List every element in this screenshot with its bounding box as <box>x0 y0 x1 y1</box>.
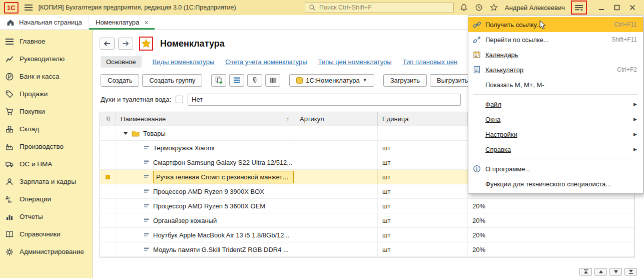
menu-item-3[interactable]: Календарь <box>468 47 643 62</box>
sidebar-item-2[interactable]: Руководителю <box>0 50 92 68</box>
favorite-annotation-box <box>139 37 153 51</box>
table-row-8[interactable]: Модуль памяти G.Skill TridentZ RGB DDR4 … <box>100 242 634 257</box>
create-button[interactable]: Создать <box>101 74 139 87</box>
load-button[interactable]: Загрузить <box>383 74 427 87</box>
unit-column-header[interactable]: Единица <box>378 112 468 126</box>
mouse-cursor <box>539 20 546 30</box>
menu-shortcut: Shift+F11 <box>611 36 637 43</box>
1c-logo: 1С <box>4 2 19 14</box>
sidebar-item-4[interactable]: Продажи <box>0 85 92 103</box>
close-button[interactable] <box>629 4 636 11</box>
warehouse-icon <box>5 125 14 134</box>
cell-article <box>295 184 378 198</box>
sidebar: ГлавноеРуководителюБанк и кассаПродажиПо… <box>0 30 93 278</box>
menu-item-8[interactable]: Окна▶ <box>468 112 643 127</box>
cell-unit: шт <box>378 228 468 242</box>
tab-home[interactable]: Начальная страница <box>0 15 89 30</box>
forward-button[interactable] <box>118 38 133 50</box>
sidebar-item-7[interactable]: Производство <box>0 138 92 155</box>
book-icon <box>5 230 14 239</box>
info-icon <box>473 164 485 173</box>
filter-checkbox[interactable] <box>176 96 183 103</box>
tools-annotation-box <box>571 1 587 15</box>
menu-item-2[interactable]: Перейти по ссылке...Shift+F11 <box>468 32 643 47</box>
table-scroll-buttons <box>579 268 637 275</box>
cell-article <box>295 155 378 169</box>
filter-label: Духи и туалетная вода: <box>101 96 171 103</box>
menu-item-label: Калькулятор <box>485 66 611 74</box>
sidebar-item-10[interactable]: ДтКтОперации <box>0 190 92 208</box>
table-row-6[interactable]: Органайзер кожаныйшт20% <box>100 213 634 228</box>
dtkt-icon: ДтКт <box>5 195 14 204</box>
section-link-5[interactable]: Тип плановых цен <box>403 58 458 66</box>
section-link-2[interactable]: Виды номенклатуры <box>153 58 215 66</box>
article-column-header[interactable]: Артикул <box>295 112 378 126</box>
sidebar-item-6[interactable]: Склад <box>0 120 92 138</box>
name-column-header[interactable]: Наименование ↑ <box>116 112 295 126</box>
menu-shortcut: Ctrl+F11 <box>614 21 637 28</box>
current-row-marker <box>106 175 110 179</box>
favorites-star-icon[interactable] <box>489 3 499 13</box>
favorite-star-icon[interactable] <box>141 39 151 49</box>
menu-item-1[interactable]: Получить ссылку...Ctrl+F11 <box>468 17 643 32</box>
menu-item-label: Настройки <box>485 131 627 138</box>
expand-caret-icon[interactable] <box>124 132 128 135</box>
scroll-up-button[interactable] <box>594 268 607 275</box>
maximize-button[interactable] <box>613 4 620 11</box>
section-link-1[interactable]: Основное <box>101 56 142 68</box>
user-name[interactable]: Андрей Алексеевич <box>505 4 565 12</box>
scroll-down-button[interactable] <box>609 268 622 275</box>
sidebar-item-3[interactable]: Банк и касса <box>0 68 92 85</box>
notifications-bell-icon[interactable] <box>459 3 469 13</box>
attachments-button[interactable] <box>247 74 262 87</box>
item-name: Термокружка Xiaomi <box>153 144 215 152</box>
table-row-7[interactable]: Ноутбук Apple MacBook Air 13 i5 1.8/8Gb/… <box>100 228 634 242</box>
back-button[interactable] <box>100 38 115 50</box>
menu-item-label: Файл <box>485 101 627 108</box>
sidebar-item-label: Покупки <box>20 108 45 115</box>
item-name: Модуль памяти G.Skill TridentZ RGB DDR4 … <box>153 246 289 253</box>
sidebar-item-label: Операции <box>20 195 51 203</box>
menu-item-4[interactable]: КалькуляторCtrl+F2 <box>468 62 643 77</box>
attach-column-header[interactable] <box>100 112 116 126</box>
tools-menu-button[interactable] <box>574 3 584 13</box>
barcode-button[interactable] <box>265 74 280 87</box>
sidebar-item-11[interactable]: Отчеты <box>0 208 92 225</box>
sidebar-item-8[interactable]: ОС и НМА <box>0 155 92 173</box>
person-icon <box>5 177 14 186</box>
filter-value-input[interactable] <box>188 94 461 106</box>
list-settings-button[interactable] <box>229 74 244 87</box>
global-search-input[interactable]: Поиск Ctrl+Shift+F <box>305 2 454 13</box>
item-icon <box>144 218 150 223</box>
cell-article <box>295 213 378 227</box>
tab-close-icon[interactable]: × <box>144 19 148 26</box>
nomenclature-menu-button[interactable]: 1С:Номенклатура ▼ <box>289 74 374 87</box>
section-link-3[interactable]: Счета учета номенклатуры <box>225 58 307 66</box>
sidebar-item-5[interactable]: Покупки <box>0 103 92 120</box>
menu-item-9[interactable]: Настройки▶ <box>468 127 643 142</box>
menu-item-label: Справка <box>485 146 627 153</box>
menu-item-label: Перейти по ссылке... <box>485 36 605 44</box>
section-link-4[interactable]: Типы цен номенклатуры <box>318 58 392 66</box>
sidebar-item-1[interactable]: Главное <box>0 33 92 50</box>
menu-item-13[interactable]: Функции для технического специалиста... <box>468 176 643 191</box>
table-row-5[interactable]: Процессор AMD Ryzen 5 3600X OEMшт20% <box>100 199 634 213</box>
main-menu-icon[interactable] <box>24 3 34 13</box>
menu-item-5[interactable]: Показать М, М+, М- <box>468 77 643 92</box>
menu-item-12[interactable]: О программе... <box>468 161 643 176</box>
ruble-icon <box>5 72 14 81</box>
create-group-button[interactable]: Создать группу <box>142 74 202 87</box>
menu-item-10[interactable]: Справка▶ <box>468 142 643 157</box>
scroll-to-bottom-button[interactable] <box>624 268 637 275</box>
tab-nomenclature[interactable]: Номенклатура × <box>89 15 155 30</box>
calendar-icon <box>473 50 485 59</box>
history-icon[interactable] <box>474 3 484 13</box>
sidebar-item-13[interactable]: Администрирование <box>0 243 92 260</box>
minimize-button[interactable] <box>598 4 605 11</box>
menu-item-7[interactable]: Файл▶ <box>468 97 643 112</box>
sidebar-item-12[interactable]: Справочники <box>0 225 92 243</box>
scroll-to-top-button[interactable] <box>579 268 592 275</box>
item-name: Процессор AMD Ryzen 9 3900X BOX <box>153 188 264 195</box>
copy-item-button[interactable] <box>211 74 226 87</box>
sidebar-item-9[interactable]: Зарплата и кадры <box>0 173 92 190</box>
